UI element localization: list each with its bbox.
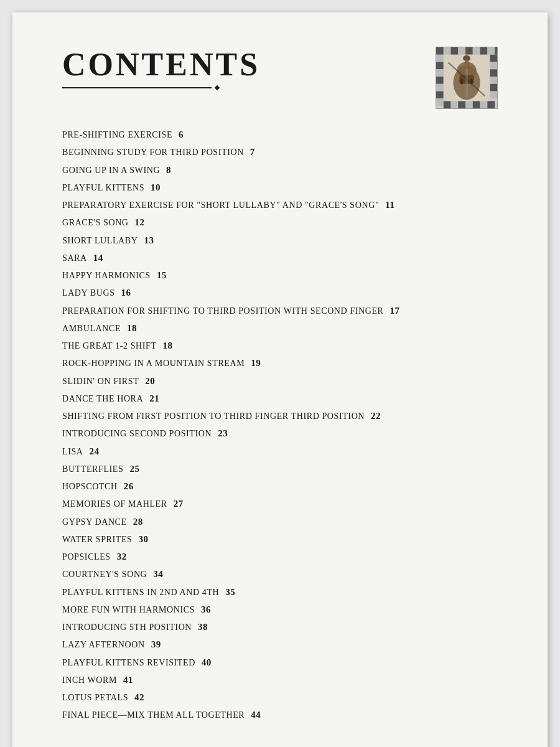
toc-item-title: POPSICLES bbox=[62, 550, 111, 564]
toc-item: WATER SPRITES30 bbox=[62, 532, 498, 547]
toc-item: AMBULANCE18 bbox=[62, 321, 498, 336]
toc-item: GRACE'S SONG12 bbox=[62, 215, 498, 230]
toc-item-title: HAPPY HARMONICS bbox=[62, 269, 151, 283]
toc-item: BUTTERFLIES25 bbox=[62, 462, 498, 476]
svg-rect-24 bbox=[451, 101, 459, 108]
toc-item-title: MORE FUN WITH HARMONICS bbox=[62, 603, 195, 617]
toc-item-page: 11 bbox=[385, 198, 394, 212]
toc-item-page: 22 bbox=[371, 409, 381, 423]
svg-rect-4 bbox=[458, 47, 465, 55]
toc-item: PLAYFUL KITTENS REVISITED40 bbox=[62, 655, 498, 670]
toc-item: LADY BUGS16 bbox=[62, 286, 498, 300]
svg-rect-3 bbox=[451, 47, 459, 55]
svg-rect-5 bbox=[465, 47, 473, 55]
toc-item: DANCE THE HORA21 bbox=[62, 392, 498, 406]
toc-item-title: PLAYFUL KITTENS REVISITED bbox=[62, 656, 195, 670]
toc-item-title: INTRODUCING SECOND POSITION bbox=[62, 427, 212, 441]
toc-item-title: FINAL PIECE—MIX THEM ALL TOGETHER bbox=[62, 708, 245, 722]
toc-item-title: PRE-SHIFTING EXERCISE bbox=[62, 128, 172, 142]
toc-item: THE GREAT 1-2 SHIFT18 bbox=[62, 339, 498, 353]
toc-item: SARA14 bbox=[62, 251, 498, 265]
svg-rect-14 bbox=[436, 69, 444, 77]
toc-item-page: 39 bbox=[151, 637, 161, 652]
svg-rect-7 bbox=[480, 47, 488, 55]
toc-item-title: HOPSCOTCH bbox=[62, 480, 118, 494]
toc-item-page: 34 bbox=[153, 567, 163, 581]
svg-rect-18 bbox=[436, 84, 444, 92]
toc-item-page: 26 bbox=[124, 479, 134, 494]
toc-item-page: 18 bbox=[163, 339, 173, 353]
toc-item-page: 32 bbox=[117, 550, 127, 564]
svg-rect-17 bbox=[490, 77, 497, 84]
toc-item-page: 35 bbox=[225, 585, 235, 599]
toc-item: PRE-SHIFTING EXERCISE6 bbox=[62, 128, 498, 142]
toc-item: INTRODUCING 5TH POSITION38 bbox=[62, 620, 498, 634]
toc-item: MEMORIES OF MAHLER27 bbox=[62, 497, 498, 511]
svg-rect-15 bbox=[490, 69, 497, 77]
svg-rect-21 bbox=[490, 92, 497, 99]
toc-item-title: PREPARATORY EXERCISE FOR "SHORT LULLABY"… bbox=[62, 199, 379, 212]
underline-bar-left bbox=[62, 87, 212, 88]
toc-item-page: 18 bbox=[127, 321, 137, 336]
toc-item: LISA24 bbox=[62, 444, 498, 459]
svg-rect-19 bbox=[490, 84, 497, 92]
underline-diamond bbox=[215, 85, 220, 90]
toc-item: SLIDIN' ON FIRST20 bbox=[62, 374, 498, 388]
toc-item: GYPSY DANCE28 bbox=[62, 515, 498, 529]
toc-item-title: SHIFTING FROM FIRST POSITION TO THIRD FI… bbox=[62, 410, 365, 423]
toc-item-title: AMBULANCE bbox=[62, 322, 121, 336]
toc-item-page: 12 bbox=[135, 215, 145, 230]
toc-item: PLAYFUL KITTENS IN 2ND AND 4TH35 bbox=[62, 585, 498, 599]
svg-point-37 bbox=[463, 55, 470, 62]
svg-rect-26 bbox=[465, 101, 473, 108]
page-title: CONTENTS bbox=[62, 47, 260, 82]
svg-rect-25 bbox=[458, 101, 465, 108]
toc-item-title: SARA bbox=[62, 251, 87, 265]
toc-item-page: 19 bbox=[251, 356, 261, 370]
toc-item: PREPARATION FOR SHIFTING TO THIRD POSITI… bbox=[62, 304, 498, 318]
toc-item-title: LAZY AFTERNOON bbox=[62, 638, 145, 652]
toc-item-page: 44 bbox=[251, 708, 261, 722]
toc-item-title: INCH WORM bbox=[62, 674, 117, 687]
toc-item-title: INTRODUCING 5TH POSITION bbox=[62, 621, 192, 634]
toc-item-title: COURTNEY'S SONG bbox=[62, 568, 147, 581]
toc-item-title: DANCE THE HORA bbox=[62, 392, 143, 406]
svg-rect-22 bbox=[436, 98, 444, 106]
toc-item: FINAL PIECE—MIX THEM ALL TOGETHER44 bbox=[62, 708, 498, 722]
toc-item-page: 38 bbox=[198, 620, 208, 634]
violin-image bbox=[436, 47, 498, 109]
svg-rect-8 bbox=[487, 47, 495, 55]
toc-item-page: 8 bbox=[166, 163, 171, 177]
toc-item-title: WATER SPRITES bbox=[62, 533, 132, 547]
svg-rect-9 bbox=[495, 47, 497, 55]
toc-item: LOTUS PETALS42 bbox=[62, 690, 498, 705]
toc-item: COURTNEY'S SONG34 bbox=[62, 567, 498, 581]
svg-rect-1 bbox=[436, 47, 444, 55]
svg-rect-6 bbox=[473, 47, 480, 55]
svg-rect-12 bbox=[436, 62, 444, 70]
toc-item: SHORT LULLABY13 bbox=[62, 233, 498, 248]
toc-item-page: 24 bbox=[90, 444, 100, 459]
toc-item-title: PLAYFUL KITTENS IN 2ND AND 4TH bbox=[62, 586, 219, 599]
svg-rect-23 bbox=[444, 101, 451, 108]
toc-item: ROCK-HOPPING IN A MOUNTAIN STREAM19 bbox=[62, 356, 498, 370]
toc-item: POPSICLES32 bbox=[62, 550, 498, 564]
toc-item-title: GOING UP IN A SWING bbox=[62, 164, 160, 177]
toc-item-page: 14 bbox=[93, 251, 103, 265]
toc-item: SHIFTING FROM FIRST POSITION TO THIRD FI… bbox=[62, 409, 498, 423]
svg-rect-29 bbox=[487, 101, 495, 108]
toc-item-page: 16 bbox=[121, 286, 131, 300]
toc-item-page: 25 bbox=[129, 462, 139, 476]
title-underline bbox=[62, 86, 260, 90]
toc-item-title: PREPARATION FOR SHIFTING TO THIRD POSITI… bbox=[62, 304, 384, 318]
toc-item-page: 28 bbox=[133, 515, 143, 529]
toc-item-page: 6 bbox=[179, 128, 184, 142]
toc-item-page: 20 bbox=[145, 374, 155, 388]
toc-item: HOPSCOTCH26 bbox=[62, 479, 498, 494]
toc-item: LAZY AFTERNOON39 bbox=[62, 637, 498, 652]
toc-item-page: 30 bbox=[138, 532, 148, 547]
toc-item: INCH WORM41 bbox=[62, 673, 498, 687]
toc-item: GOING UP IN A SWING8 bbox=[62, 163, 498, 177]
toc-item-title: LADY BUGS bbox=[62, 286, 115, 300]
toc-item-page: 41 bbox=[123, 673, 133, 687]
